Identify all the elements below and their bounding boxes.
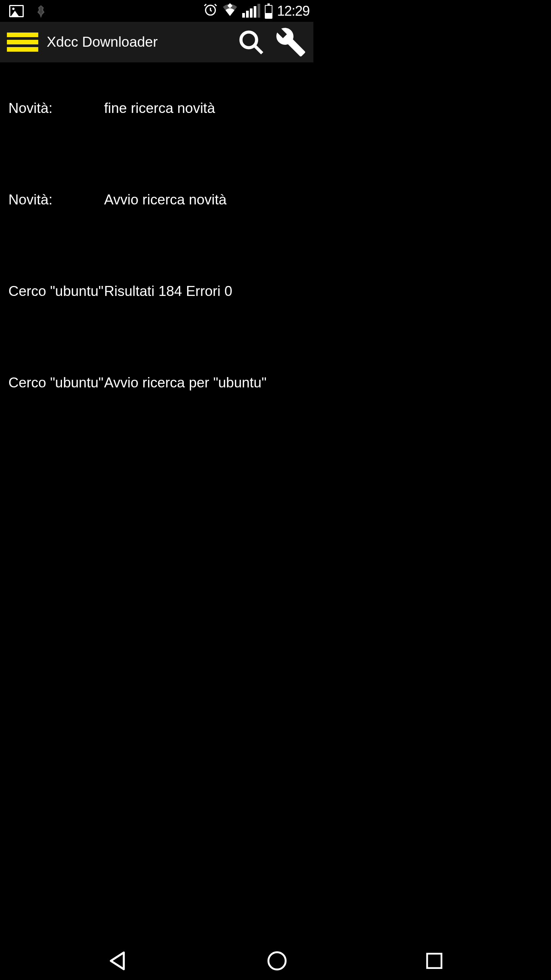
battery-icon <box>265 5 272 19</box>
log-value: fine ricerca novità <box>104 100 215 116</box>
action-bar-icons <box>238 26 306 58</box>
log-value: Avvio ricerca per "ubuntu" <box>104 375 267 391</box>
log-content: Novità: fine ricerca novità Novità: Avvi… <box>0 62 313 428</box>
status-right-icons: 12:29 <box>203 2 310 20</box>
status-clock: 12:29 <box>277 3 310 19</box>
search-button[interactable] <box>238 29 264 56</box>
wings-notification-icon <box>35 5 47 18</box>
log-row: Novità: Avvio ricerca novità <box>8 154 305 245</box>
settings-button[interactable] <box>275 26 306 58</box>
status-bar: 12:29 <box>0 0 313 22</box>
hamburger-icon <box>7 40 38 44</box>
app-title: Xdcc Downloader <box>47 34 229 50</box>
log-label: Novità: <box>8 100 104 116</box>
log-row: Cerco "ubuntu" Risultati 184 Errori 0 <box>8 245 305 337</box>
log-label: Cerco "ubuntu" <box>8 283 104 299</box>
menu-button[interactable] <box>7 33 38 52</box>
log-value: Avvio ricerca novità <box>104 192 227 208</box>
hamburger-icon <box>7 47 38 52</box>
app-bar: Xdcc Downloader <box>0 22 313 62</box>
hamburger-icon <box>7 33 38 37</box>
log-label: Cerco "ubuntu" <box>8 375 104 391</box>
alarm-icon <box>203 2 218 20</box>
log-row: Cerco "ubuntu" Avvio ricerca per "ubuntu… <box>8 337 305 428</box>
gallery-icon <box>9 5 24 17</box>
status-left-icons <box>4 5 47 18</box>
log-label: Novità: <box>8 192 104 208</box>
svg-line-2 <box>254 46 262 53</box>
log-value: Risultati 184 Errori 0 <box>104 283 232 299</box>
log-row: Novità: fine ricerca novità <box>8 62 305 154</box>
svg-point-1 <box>241 32 257 48</box>
wifi-icon <box>222 3 238 19</box>
cellular-signal-icon <box>242 5 260 18</box>
